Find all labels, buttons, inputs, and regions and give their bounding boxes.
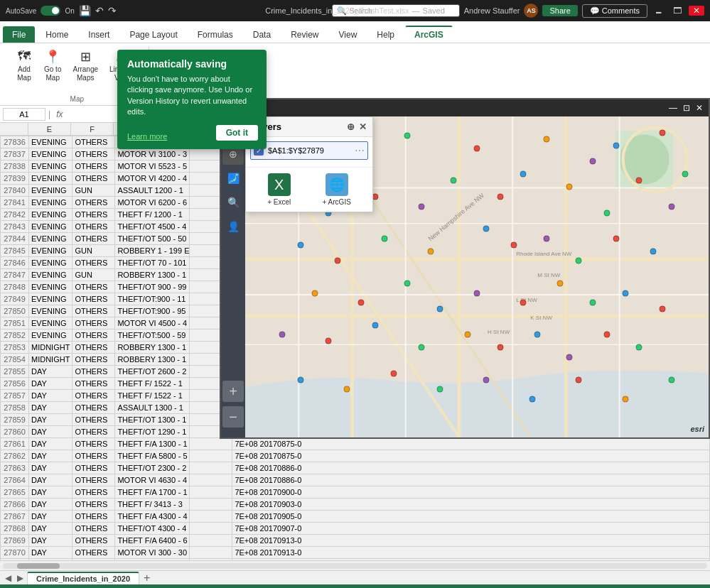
cell-e[interactable]: DAY <box>29 462 72 474</box>
cell-g[interactable]: MOTOR VI 4630 - 4 <box>115 474 190 486</box>
cell-e[interactable]: DAY <box>29 559 72 561</box>
cell-g[interactable]: MOTOR VI 4500 - 4 <box>115 317 190 330</box>
cell-g[interactable]: MOTOR VI 300 - 30 <box>115 547 190 559</box>
cell-e[interactable]: EVENING <box>29 245 72 257</box>
col-header-f[interactable]: F <box>71 123 114 136</box>
cell-e[interactable]: EVENING <box>29 317 72 330</box>
cell-f[interactable]: OTHERS <box>72 559 115 561</box>
cell-g[interactable]: THEFT/OT 4300 - 4 <box>115 523 190 535</box>
tab-home[interactable]: Home <box>36 26 77 43</box>
cell-rest[interactable]: 7E+08 20170905-0 <box>232 511 710 523</box>
cell-e[interactable]: EVENING <box>29 185 72 197</box>
cell-f[interactable]: OTHERS <box>72 523 115 535</box>
cell-f[interactable]: OTHERS <box>72 450 115 462</box>
cell-e[interactable]: EVENING <box>29 257 72 269</box>
map-sidebar-minus-btn[interactable]: − <box>222 406 244 428</box>
table-row[interactable]: 27865 DAY OTHERS THEFT F/A 1700 - 1 7E+0… <box>1 486 710 499</box>
cell-e[interactable]: DAY <box>29 402 72 414</box>
tab-view[interactable]: View <box>330 26 367 43</box>
cell-h[interactable] <box>190 535 232 547</box>
scroll-track[interactable] <box>3 563 707 569</box>
cell-rest[interactable]: 7E+08 20170886-0 <box>232 462 710 474</box>
cell-g[interactable]: THEFT F/A 6400 - 6 <box>115 535 190 547</box>
cell-rest[interactable]: 7E+08 20170913-0 <box>232 547 710 559</box>
cell-h[interactable] <box>190 462 232 474</box>
cell-f[interactable]: OTHERS <box>72 160 115 173</box>
cell-f[interactable]: OTHERS <box>72 547 115 559</box>
cell-e[interactable]: EVENING <box>29 281 72 293</box>
layer-more-icon[interactable]: ⋯ <box>355 145 365 156</box>
cell-g[interactable]: ASSAULT 1200 - 1 <box>115 185 190 197</box>
close-btn[interactable]: ✕ <box>689 6 704 16</box>
cell-g[interactable]: THEFT F/A 1300 - 1 <box>115 438 190 450</box>
cell-e[interactable]: EVENING <box>29 209 72 221</box>
cell-f[interactable]: OTHERS <box>72 305 115 317</box>
cell-e[interactable]: DAY <box>29 378 72 390</box>
table-row[interactable]: 27861 DAY OTHERS THEFT F/A 1300 - 1 7E+0… <box>1 438 710 450</box>
cell-e[interactable]: EVENING <box>29 136 72 148</box>
cell-e[interactable]: EVENING <box>29 221 72 233</box>
cell-g[interactable]: MOTOR VI 3100 - 3 <box>115 148 190 160</box>
cell-e[interactable]: EVENING <box>29 148 72 160</box>
comments-button[interactable]: 💬 Comments <box>582 4 647 18</box>
cell-e[interactable]: EVENING <box>29 269 72 281</box>
cell-f[interactable]: OTHERS <box>72 330 115 342</box>
map-minimize-btn[interactable]: — <box>669 103 677 113</box>
cell-g[interactable]: THEFT/OT:500 - 59 <box>115 330 190 342</box>
cell-g[interactable]: MOTOR VI 4200 - 4 <box>115 173 190 185</box>
cell-e[interactable]: MIDNIGHT <box>29 354 72 366</box>
cell-e[interactable]: DAY <box>29 535 72 547</box>
col-header-e[interactable]: E <box>28 123 71 136</box>
cell-reference-box[interactable] <box>3 108 45 121</box>
cell-f[interactable]: OTHERS <box>72 342 115 354</box>
map-sidebar-search-btn[interactable]: 🔍 <box>222 192 244 213</box>
cell-f[interactable]: OTHERS <box>72 462 115 474</box>
cell-rest[interactable]: 7E+08 20170886-0 <box>232 474 710 486</box>
cell-e[interactable]: DAY <box>29 450 72 462</box>
cell-f[interactable]: OTHERS <box>72 402 115 414</box>
cell-h[interactable] <box>190 450 232 462</box>
cell-g[interactable]: THEFT/OT 1300 - 1 <box>115 414 190 426</box>
cell-e[interactable]: DAY <box>29 438 72 450</box>
cell-f[interactable]: OTHERS <box>72 209 115 221</box>
table-row[interactable]: 27862 DAY OTHERS THEFT F/A 5800 - 5 7E+0… <box>1 450 710 462</box>
cell-g[interactable]: THEFT F/ 1522 - 1 <box>115 390 190 402</box>
cell-e[interactable]: DAY <box>29 474 72 486</box>
table-row[interactable]: 27870 DAY OTHERS MOTOR VI 300 - 30 7E+08… <box>1 547 710 559</box>
cell-g[interactable]: THEFT F/A 1700 - 1 <box>115 486 190 499</box>
cell-h[interactable] <box>190 486 232 499</box>
cell-e[interactable]: DAY <box>29 523 72 535</box>
tab-review[interactable]: Review <box>281 26 328 43</box>
cell-e[interactable]: DAY <box>29 366 72 378</box>
cell-e[interactable]: MIDNIGHT <box>29 342 72 354</box>
cell-f[interactable]: OTHERS <box>72 486 115 499</box>
cell-f[interactable]: OTHERS <box>72 136 115 148</box>
tab-page-layout[interactable]: Page Layout <box>120 26 186 43</box>
cell-e[interactable]: EVENING <box>29 293 72 305</box>
autosave-toggle[interactable] <box>41 6 60 16</box>
cell-f[interactable]: OTHERS <box>72 378 115 390</box>
cell-h[interactable] <box>190 511 232 523</box>
cell-f[interactable]: OTHERS <box>72 414 115 426</box>
map-close-btn[interactable]: ✕ <box>696 103 703 113</box>
cell-g[interactable]: ROBBERY 1300 - 1 <box>115 342 190 354</box>
cell-f[interactable]: GUN <box>72 245 115 257</box>
horizontal-scrollbar[interactable] <box>0 560 710 570</box>
cell-f[interactable]: OTHERS <box>72 233 115 245</box>
tab-scroll-left[interactable]: ◀ <box>3 573 14 583</box>
table-row[interactable]: 27867 DAY OTHERS THEFT F/A 4300 - 4 7E+0… <box>1 511 710 523</box>
cell-rest[interactable]: 7E+08 20170903-0 <box>232 499 710 511</box>
table-row[interactable]: 27863 DAY OTHERS THEFT/OT 2300 - 2 7E+08… <box>1 462 710 474</box>
layers-close-icon[interactable]: ✕ <box>359 121 367 132</box>
cell-g[interactable]: ROBBERY 1300 - 1 <box>115 354 190 366</box>
cell-g[interactable]: THEFT F/ 3413 - 3 <box>115 499 190 511</box>
minimize-btn[interactable]: 🗕 <box>652 6 666 16</box>
cell-e[interactable]: DAY <box>29 414 72 426</box>
quick-access-redo[interactable]: ↷ <box>108 5 117 16</box>
table-row[interactable]: 27868 DAY OTHERS THEFT/OT 4300 - 4 7E+08… <box>1 523 710 535</box>
cell-f[interactable]: OTHERS <box>72 511 115 523</box>
cell-g[interactable]: THEFT/OT 2600 - 2 <box>115 366 190 378</box>
cell-f[interactable]: OTHERS <box>72 281 115 293</box>
cell-h[interactable] <box>190 474 232 486</box>
cell-g[interactable]: MOTOR VI 6200 - 6 <box>115 197 190 209</box>
